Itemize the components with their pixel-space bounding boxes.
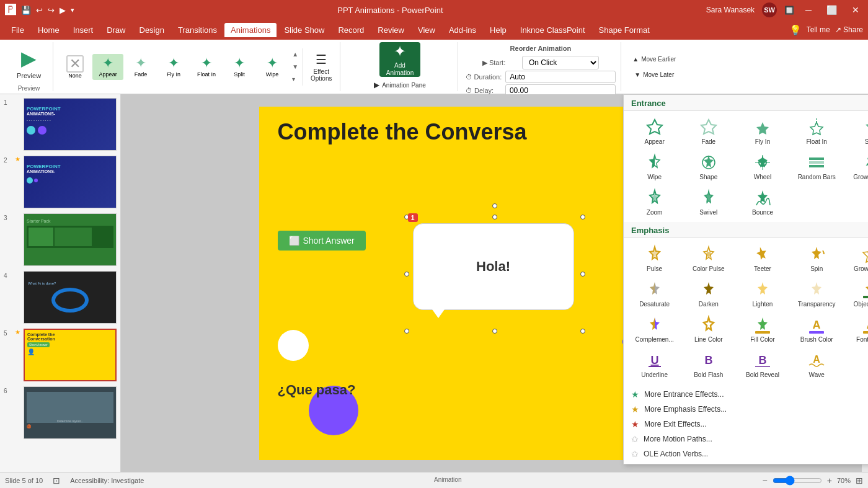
gallery-expand[interactable]: ▾ (290, 75, 300, 83)
menu-draw[interactable]: Draw (100, 23, 131, 37)
menu-animations[interactable]: Animations (224, 23, 277, 37)
panel-swivel[interactable]: Swivel (683, 185, 734, 218)
menu-help[interactable]: Help (484, 23, 513, 37)
panel-underline[interactable]: U Underline (629, 348, 680, 381)
panel-flyin[interactable]: Fly In (737, 115, 788, 148)
menu-addins[interactable]: Add-ins (443, 23, 482, 37)
panel-fade[interactable]: Fade (683, 115, 734, 148)
menu-home[interactable]: Home (32, 23, 66, 37)
panel-linecolor[interactable]: Line Color (683, 313, 734, 345)
handle-bottom[interactable] (492, 329, 497, 334)
panel-bounce[interactable]: Bounce (737, 185, 788, 218)
add-animation-button[interactable]: ✦ AddAnimation (379, 42, 420, 77)
panel-boldflash[interactable]: B Bold Flash (683, 348, 734, 381)
panel-lighten[interactable]: Lighten (737, 277, 788, 310)
panel-randombars[interactable]: Random Bars (791, 150, 843, 183)
panel-spin[interactable]: Spin (791, 242, 843, 275)
slide-thumb-1[interactable]: 1 POWERPOINT ANIMATIONS- - - - - - - - -… (2, 97, 118, 152)
quick-present-icon[interactable]: ▶ (60, 6, 66, 15)
panel-boldreveal[interactable]: B Bold Reveal (737, 348, 788, 381)
panel-fillcolor[interactable]: Fill Color (737, 313, 788, 345)
rotation-handle[interactable] (492, 203, 497, 208)
panel-darken[interactable]: Darken (683, 277, 734, 310)
menu-slideshow[interactable]: Slide Show (278, 23, 330, 37)
animation-fade[interactable]: ✦ Fade (125, 54, 156, 80)
menu-insert[interactable]: Insert (67, 23, 100, 37)
animation-flyin[interactable]: ✦ Fly In (158, 54, 189, 80)
panel-appear[interactable]: Appear (629, 115, 680, 148)
panel-floatin[interactable]: Float In (791, 115, 843, 148)
preview-button[interactable]: ▶ Preview (10, 42, 48, 84)
zoom-in-icon[interactable]: + (827, 476, 832, 486)
restore-button[interactable]: ⬜ (823, 4, 841, 16)
slide-thumb-5[interactable]: 5 ★ Complete the Conversation Short Answ… (2, 327, 118, 383)
quick-undo-icon[interactable]: ↩ (36, 6, 43, 15)
handle-right[interactable] (580, 272, 585, 277)
panel-transparency[interactable]: Transparency (791, 277, 843, 310)
slide-thumb-4[interactable]: 4 What % is done? (2, 270, 118, 325)
more-motion-paths[interactable]: ✩ More Motion Paths... (631, 432, 868, 446)
zoom-out-icon[interactable]: − (763, 476, 768, 486)
menu-file[interactable]: File (5, 23, 30, 37)
tell-me-label[interactable]: Tell me (807, 25, 830, 34)
panel-complementary[interactable]: Complemen... (629, 313, 680, 345)
panel-desaturate[interactable]: Desaturate (629, 277, 680, 310)
fit-slide-icon[interactable]: ⊞ (856, 476, 863, 486)
animation-wipe[interactable]: ✦ Wipe (257, 54, 288, 80)
close-button[interactable]: ✕ (848, 4, 863, 16)
quick-redo-icon[interactable]: ↪ (48, 6, 55, 15)
animation-appear[interactable]: ✦ Appear (92, 54, 123, 80)
handle-bottom-left[interactable] (404, 329, 409, 334)
menu-review[interactable]: Review (371, 23, 410, 37)
ole-action-verbs[interactable]: ✩ OLE Action Verbs... (631, 446, 868, 461)
short-answer-button[interactable]: ⬜ Short Answer (278, 231, 366, 251)
quick-save-icon[interactable]: 💾 (21, 6, 31, 15)
panel-wheel[interactable]: Wheel (737, 150, 788, 183)
handle-left[interactable] (404, 272, 409, 277)
minimize-button[interactable]: ─ (802, 4, 815, 16)
panel-grownturn[interactable]: Grow & Turn (845, 150, 868, 183)
handle-top-right[interactable] (580, 215, 585, 220)
slide-thumb-2[interactable]: 2 ★ POWERPOINT ANIMATIONS- (2, 154, 118, 210)
panel-colorpulse[interactable]: Color Pulse (683, 242, 734, 275)
handle-bottom-right[interactable] (580, 329, 585, 334)
menu-transitions[interactable]: Transitions (172, 23, 223, 37)
more-emphasis-effects[interactable]: ★ More Emphasis Effects... (631, 402, 868, 417)
panel-split[interactable]: Split (845, 115, 868, 148)
menu-inknoe[interactable]: Inknoe ClassPoint (514, 23, 591, 37)
ribbon-collapse-icon[interactable]: 🔲 (784, 6, 794, 15)
panel-wipe[interactable]: Wipe (629, 150, 680, 183)
menu-record[interactable]: Record (332, 23, 370, 37)
animation-none[interactable]: ✕ None (60, 54, 91, 80)
gallery-scroll-up[interactable]: ▲ (290, 50, 300, 58)
handle-top[interactable] (492, 215, 497, 220)
view-icon[interactable]: ⊡ (53, 476, 60, 486)
more-exit-effects[interactable]: ★ More Exit Effects... (631, 417, 868, 432)
move-earlier-button[interactable]: ▲ Move Earlier (629, 53, 680, 65)
zoom-slider[interactable] (773, 476, 822, 486)
panel-teeter[interactable]: Teeter (737, 242, 788, 275)
panel-shape[interactable]: Shape (683, 150, 734, 183)
panel-objectcolor[interactable]: Object Color (845, 277, 868, 310)
duration-input[interactable] (505, 71, 616, 83)
panel-fontcolor[interactable]: A Font Color (845, 313, 868, 345)
move-later-button[interactable]: ▼ Move Later (631, 69, 678, 81)
user-avatar[interactable]: SW (762, 2, 777, 17)
animation-pane-button[interactable]: ▶ Animation Pane (371, 79, 428, 91)
more-entrance-effects[interactable]: ★ More Entrance Effects... (631, 387, 868, 402)
start-dropdown[interactable]: On Click With Previous After Previous (522, 56, 599, 69)
effect-options-button[interactable]: ☰ EffectOptions (307, 48, 335, 86)
menu-design[interactable]: Design (133, 23, 170, 37)
panel-pulse[interactable]: Pulse (629, 242, 680, 275)
menu-view[interactable]: View (412, 23, 441, 37)
panel-brushcolor[interactable]: A Brush Color (791, 313, 843, 345)
share-button[interactable]: ↗ Share (835, 25, 863, 34)
slide-thumb-3[interactable]: 3 Starter Pack (2, 212, 118, 267)
gallery-scroll-down[interactable]: ▼ (290, 63, 300, 71)
lightbulb-icon[interactable]: 💡 (789, 24, 802, 36)
menu-shapeformat[interactable]: Shape Format (593, 23, 656, 37)
animation-split[interactable]: ✦ Split (224, 54, 255, 80)
slide-panel[interactable]: 1 POWERPOINT ANIMATIONS- - - - - - - - -… (0, 94, 121, 472)
panel-zoom[interactable]: Zoom (629, 185, 680, 218)
panel-wave[interactable]: A Wave (791, 348, 843, 381)
